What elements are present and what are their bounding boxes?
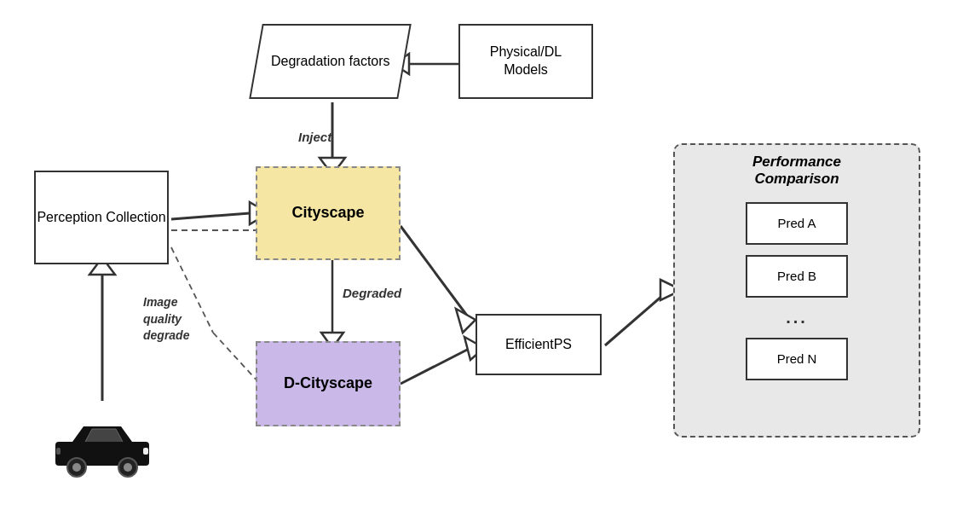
svg-point-25 (124, 463, 132, 472)
performance-comparison-title: PerformanceComparison (752, 154, 841, 188)
pred-n-label: Pred N (777, 351, 817, 368)
svg-rect-27 (56, 448, 61, 455)
cityscape-label: Cityscape (291, 203, 364, 223)
pred-b-label: Pred B (777, 268, 816, 285)
degraded-label: Degraded (343, 286, 401, 300)
perception-collection-label: Perception Collection (37, 209, 165, 227)
svg-line-10 (401, 226, 467, 316)
svg-rect-26 (143, 448, 148, 455)
car-svg (51, 418, 153, 478)
image-quality-degrade-label: Imagequalitydegrade (143, 294, 189, 345)
perception-collection-box: Perception Collection (34, 171, 169, 264)
svg-marker-11 (456, 309, 476, 333)
efficientps-label: EfficientPS (505, 336, 572, 354)
inject-label: Inject (298, 130, 331, 144)
d-cityscape-box: D-Cityscape (256, 341, 401, 426)
svg-point-23 (72, 463, 81, 472)
cityscape-box: Cityscape (256, 166, 401, 260)
d-cityscape-label: D-Cityscape (284, 374, 372, 393)
pred-n-box: Pred N (746, 338, 848, 380)
svg-line-18 (213, 333, 260, 384)
pred-b-box: Pred B (746, 255, 848, 298)
performance-comparison-box: PerformanceComparison Pred A Pred B ... … (673, 143, 920, 438)
physical-dl-models-label: Physical/DLModels (490, 43, 562, 79)
physical-dl-models-box: Physical/DLModels (458, 24, 593, 99)
svg-line-14 (605, 290, 669, 345)
car-icon (51, 418, 153, 481)
pred-a-label: Pred A (777, 215, 816, 232)
dots-label: ... (786, 308, 808, 327)
svg-line-12 (401, 345, 476, 384)
pred-a-box: Pred A (746, 202, 848, 245)
diagram-container: Degradation factors Physical/DLModels Pe… (0, 0, 980, 510)
degradation-factors-label: Degradation factors (271, 53, 390, 71)
efficientps-box: EfficientPS (476, 314, 602, 375)
svg-line-6 (171, 213, 250, 219)
degradation-factors-box: Degradation factors (249, 24, 412, 99)
